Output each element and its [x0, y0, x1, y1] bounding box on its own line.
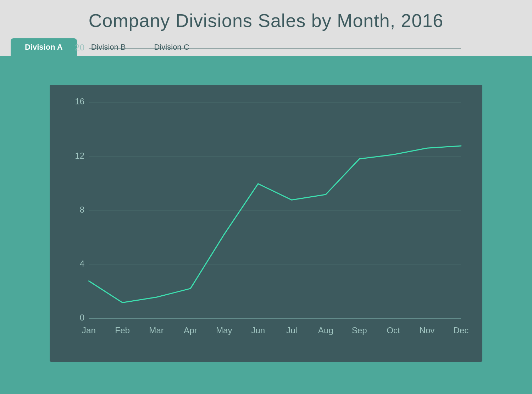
svg-text:Jul: Jul — [286, 325, 297, 335]
svg-text:4: 4 — [80, 259, 84, 268]
chart-area: 0 4 8 12 16 20 — [0, 56, 532, 394]
tab-division-c[interactable]: Division C — [140, 38, 204, 56]
svg-text:20: 20 — [75, 43, 84, 52]
svg-text:Aug: Aug — [318, 325, 333, 335]
svg-text:12: 12 — [75, 151, 84, 160]
svg-text:16: 16 — [75, 97, 84, 106]
svg-text:Mar: Mar — [149, 325, 164, 335]
tab-division-b[interactable]: Division B — [77, 38, 140, 56]
svg-text:Nov: Nov — [419, 325, 435, 335]
svg-text:May: May — [216, 325, 233, 335]
chart-line — [89, 146, 461, 302]
chart-inner: 0 4 8 12 16 20 — [74, 95, 468, 340]
svg-text:Feb: Feb — [115, 325, 130, 335]
chart-container: 0 4 8 12 16 20 — [50, 85, 482, 362]
svg-text:Jun: Jun — [251, 325, 265, 335]
page-title: Company Divisions Sales by Month, 2016 — [0, 10, 532, 38]
svg-text:Oct: Oct — [387, 325, 400, 335]
chart-svg: 0 4 8 12 16 20 — [74, 95, 468, 340]
svg-text:Dec: Dec — [453, 325, 469, 335]
tab-division-a[interactable]: Division A — [11, 38, 77, 56]
svg-text:8: 8 — [80, 205, 84, 214]
svg-text:Sep: Sep — [352, 325, 367, 335]
svg-text:Jan: Jan — [82, 325, 96, 335]
page-wrapper: Company Divisions Sales by Month, 2016 D… — [0, 0, 532, 394]
svg-text:0: 0 — [80, 313, 84, 322]
svg-text:Apr: Apr — [184, 325, 197, 335]
